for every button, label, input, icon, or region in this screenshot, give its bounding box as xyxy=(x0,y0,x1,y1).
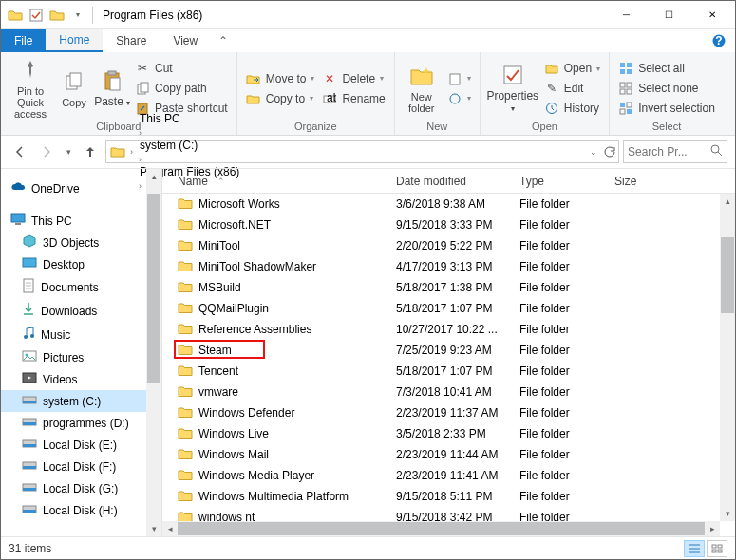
properties-button[interactable]: Properties ▾ xyxy=(486,54,539,121)
maximize-button[interactable]: ☐ xyxy=(648,1,690,28)
qat-dropdown-icon[interactable]: ▾ xyxy=(69,7,86,24)
rename-icon: ab xyxy=(322,91,337,106)
tab-share[interactable]: Share xyxy=(103,29,160,52)
newfolder-qat-icon[interactable] xyxy=(48,7,66,24)
list-scrollbar-h[interactable]: ◂▸ xyxy=(162,521,720,536)
open-button[interactable]: Open ▾ xyxy=(541,60,603,77)
nav-scrollbar[interactable]: ▴▾ xyxy=(146,169,161,536)
sidebar-item[interactable]: programmes (D:) xyxy=(1,412,161,434)
nav-back-button[interactable] xyxy=(9,140,31,163)
table-row[interactable]: Tencent5/18/2017 1:07 PMFile folder xyxy=(162,361,720,382)
tab-file[interactable]: File xyxy=(1,29,46,52)
table-row[interactable]: MiniTool2/20/2019 5:22 PMFile folder xyxy=(162,235,720,256)
navigation-pane[interactable]: OneDrive This PC 3D ObjectsDesktopDocume… xyxy=(1,169,162,536)
close-button[interactable]: ✕ xyxy=(690,1,733,28)
minimize-button[interactable]: ─ xyxy=(605,1,648,28)
table-row[interactable]: Microsoft Works3/6/2018 9:38 AMFile fold… xyxy=(162,194,720,215)
copy-path-button[interactable]: Copy path xyxy=(132,80,231,97)
sidebar-item[interactable]: Music xyxy=(1,323,161,346)
folder-icon xyxy=(178,343,193,359)
file-name: QQMailPlugin xyxy=(198,302,269,315)
ribbon-collapse-icon[interactable]: ⌃ xyxy=(211,29,236,52)
nav-up-button[interactable] xyxy=(79,140,102,163)
sidebar-item-thispc[interactable]: This PC xyxy=(1,210,161,232)
rename-button[interactable]: abRename xyxy=(319,90,387,107)
col-size[interactable]: Size xyxy=(614,175,671,188)
sidebar-item-onedrive[interactable]: OneDrive xyxy=(1,178,161,198)
svg-rect-54 xyxy=(718,550,722,552)
svg-rect-9 xyxy=(141,83,148,92)
new-folder-button[interactable]: New folder xyxy=(401,54,443,121)
file-date: 4/17/2019 3:13 PM xyxy=(396,260,519,273)
ribbon-tabs: File Home Share View ⌃ ? xyxy=(1,29,735,52)
col-date[interactable]: Date modified xyxy=(396,175,519,188)
sidebar-item[interactable]: Downloads xyxy=(1,299,161,323)
paste-button[interactable]: Paste ▾ xyxy=(94,54,130,121)
sidebar-item[interactable]: Local Disk (F:) xyxy=(1,456,161,477)
sidebar-item[interactable]: Videos xyxy=(1,368,161,390)
nav-item-label: Videos xyxy=(43,373,77,386)
pin-button[interactable]: Pin to Quick access xyxy=(7,54,54,121)
table-row[interactable]: MiniTool ShadowMaker4/17/2019 3:13 PMFil… xyxy=(162,256,720,277)
table-row[interactable]: Microsoft.NET9/15/2018 3:33 PMFile folde… xyxy=(162,215,720,235)
view-large-button[interactable] xyxy=(707,540,727,557)
delete-button[interactable]: ✕Delete ▾ xyxy=(319,70,387,87)
table-row[interactable]: Windows Multimedia Platform9/15/2018 5:1… xyxy=(162,486,720,507)
sidebar-item[interactable]: Documents xyxy=(1,275,161,299)
table-row[interactable]: Windows Defender2/23/2019 11:37 AMFile f… xyxy=(162,402,720,423)
properties-qat-icon[interactable] xyxy=(28,7,45,24)
edit-icon: ✎ xyxy=(544,81,559,96)
edit-button[interactable]: ✎Edit xyxy=(541,80,603,97)
file-type: File folder xyxy=(519,385,614,399)
view-details-button[interactable] xyxy=(684,540,705,557)
nav-item-icon xyxy=(22,371,37,387)
select-all-button[interactable]: Select all xyxy=(615,60,718,77)
sidebar-item[interactable]: Local Disk (H:) xyxy=(1,499,161,521)
breadcrumb-seg[interactable]: This PC xyxy=(136,112,243,125)
table-row[interactable]: QQMailPlugin5/18/2017 1:07 PMFile folder xyxy=(162,298,720,319)
list-scrollbar-v[interactable]: ▴▾ xyxy=(720,194,735,521)
refresh-icon[interactable] xyxy=(601,144,616,159)
sidebar-item[interactable]: 3D Objects xyxy=(1,232,161,253)
column-headers[interactable]: Name⌃ Date modified Type Size xyxy=(162,169,735,194)
table-row[interactable]: vmware7/3/2018 10:41 AMFile folder xyxy=(162,382,720,402)
table-row[interactable]: Windows Mail2/23/2019 11:44 AMFile folde… xyxy=(162,444,720,465)
nav-recent-button[interactable]: ▾ xyxy=(62,140,75,163)
nav-forward-button[interactable] xyxy=(35,140,58,163)
table-row[interactable]: MSBuild5/18/2017 1:38 PMFile folder xyxy=(162,277,720,298)
sidebar-item[interactable]: Local Disk (G:) xyxy=(1,477,161,499)
svg-rect-27 xyxy=(620,109,625,114)
cut-button[interactable]: ✂Cut xyxy=(132,60,231,77)
new-item-button[interactable]: ▾ xyxy=(444,70,474,87)
copy-button[interactable]: Copy xyxy=(56,54,92,121)
table-row[interactable]: Reference Assemblies10/27/2017 10:22 ...… xyxy=(162,319,720,340)
tab-home[interactable]: Home xyxy=(46,29,103,52)
invert-selection-button[interactable]: Invert selection xyxy=(615,100,718,117)
search-input[interactable]: Search Pr... xyxy=(623,140,727,163)
breadcrumb[interactable]: › This PC›system (C:)›Program Files (x86… xyxy=(105,140,619,163)
file-type: File folder xyxy=(519,239,614,252)
file-date: 2/23/2019 11:37 AM xyxy=(396,406,519,420)
breadcrumb-seg[interactable]: system (C:) xyxy=(136,139,243,152)
table-row[interactable]: Windows Live3/5/2018 2:33 PMFile folder xyxy=(162,423,720,444)
folder-icon xyxy=(178,447,193,463)
table-row[interactable]: Windows Media Player2/23/2019 11:41 AMFi… xyxy=(162,465,720,486)
col-name[interactable]: Name xyxy=(178,175,208,188)
select-none-button[interactable]: Select none xyxy=(615,80,718,97)
tab-view[interactable]: View xyxy=(160,29,211,52)
file-date: 9/15/2018 5:11 PM xyxy=(396,490,519,503)
sidebar-item[interactable]: system (C:) xyxy=(1,390,161,412)
sidebar-item[interactable]: Local Disk (E:) xyxy=(1,434,161,456)
sidebar-item[interactable]: Desktop xyxy=(1,253,161,275)
table-row[interactable]: Steam7/25/2019 9:23 AMFile folder xyxy=(162,340,720,361)
col-type[interactable]: Type xyxy=(519,175,614,188)
address-dropdown-icon[interactable]: ⌄ xyxy=(586,144,601,159)
folder-qat-icon[interactable] xyxy=(7,7,24,24)
help-icon[interactable]: ? xyxy=(703,29,735,52)
svg-rect-23 xyxy=(620,89,625,94)
move-to-button[interactable]: Move to ▾ xyxy=(243,70,318,87)
sidebar-item[interactable]: Pictures xyxy=(1,346,161,368)
easy-access-button[interactable]: ▾ xyxy=(444,90,474,107)
history-button[interactable]: History xyxy=(541,100,603,117)
copy-to-button[interactable]: Copy to ▾ xyxy=(243,90,318,107)
